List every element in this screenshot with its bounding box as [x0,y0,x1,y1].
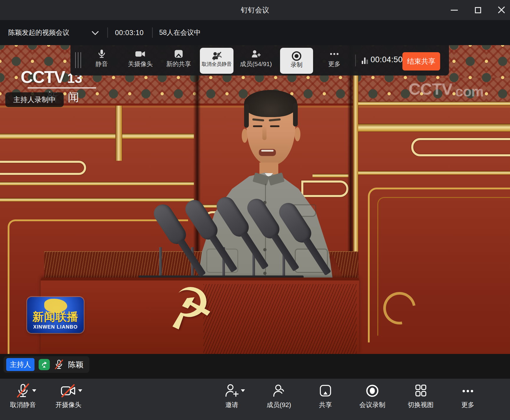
more-button[interactable]: 更多 [443,379,493,409]
members-button[interactable]: 成员(54/91) [237,45,275,68]
title-bar: 钉钉会议 [0,0,510,20]
xinwen-lianbo-cn: 新闻联播 [27,309,84,324]
door-decor [312,174,348,177]
maximize-icon [475,7,481,13]
host-recording-badge: 主持人录制中 [5,92,64,107]
minimize-button[interactable] [446,0,463,20]
microphone-icon [83,45,121,59]
door-decor [0,134,194,139]
maximize-button[interactable] [470,0,486,20]
invite-button[interactable]: 邀请 [207,379,257,409]
unmute-all-button[interactable]: 取消全员静音 [200,48,233,74]
chevron-down-icon[interactable] [32,389,36,392]
door-decor [411,138,510,156]
meeting-elapsed-time: 00:03:10 [115,20,144,45]
divider [152,27,153,38]
mute-button[interactable]: 静音 [83,45,121,68]
close-button[interactable] [493,0,510,20]
divider [355,55,356,66]
camera-off-icon [43,383,93,399]
door-decor [358,124,510,132]
grid-view-icon [396,383,446,399]
speaker-hair [244,90,297,117]
speaker-suit [263,272,266,275]
meeting-title[interactable]: 陈颖发起的视频会议 [8,20,69,45]
unmute-button[interactable]: 取消静音 [0,379,48,409]
dingtalk-meeting-window: 钉钉会议 陈颖发起的视频会议 00:03:10 58人在会议中 [0,0,510,420]
shared-screen-video[interactable]: ☭ CCTV13 新闻 CCTV com 主持人录制中 新闻联播 XINWEN … [0,45,510,354]
camera-off-button[interactable]: 关摄像头 [121,45,159,68]
speaker-face [259,149,276,156]
watermark-com: com [455,83,483,100]
network-signal-icon [362,57,369,64]
speaker-face [253,125,262,127]
xinwen-lianbo-logo: 新闻联播 XINWEN LIANBO [27,297,84,333]
door-decor [0,161,86,175]
record-icon [347,383,397,399]
cctv-com-watermark: CCTV com [409,79,483,100]
sharing-indicator-icon [39,359,50,370]
cctv13-logo-underline [28,87,96,88]
podium-texture [203,284,357,354]
door-decor [301,181,348,197]
door-decor [358,171,510,175]
end-share-button[interactable]: 结束共享 [402,52,440,70]
speaker-hair [293,103,298,127]
chevron-down-icon[interactable] [78,389,82,392]
participant-count: 58人在会议中 [159,20,201,45]
muted-mic-icon [0,383,48,399]
microphone-stand [159,247,162,279]
chevron-down-icon[interactable] [241,389,245,392]
speaker-name: 陈颖 [68,360,83,370]
share-screen-icon [159,45,198,59]
share-screen-icon [300,383,351,399]
record-icon [280,48,313,61]
new-share-button[interactable]: 新的共享 [159,45,198,68]
person-plus-icon [237,45,275,59]
meeting-record-button[interactable]: 会议录制 [347,379,397,409]
door-decor [0,182,194,185]
speaker-face [262,127,266,140]
chevron-down-icon[interactable] [91,31,99,35]
speaker-figure [295,127,300,141]
meeting-header: 陈颖发起的视频会议 00:03:10 58人在会议中 [0,20,510,45]
unmute-all-icon [200,48,233,61]
speaker-hair [244,104,249,128]
muted-mic-icon [54,359,64,370]
door-decor [358,102,510,105]
window-title: 钉钉会议 [0,0,510,20]
host-badge: 主持人 [6,358,34,371]
party-emblem-icon: ☭ [161,277,218,339]
switch-view-button[interactable]: 切换视图 [396,379,446,409]
close-icon [498,6,505,14]
person-plus-icon [207,383,257,399]
camera-on-button[interactable]: 开摄像头 [43,379,93,409]
share-button[interactable]: 共享 [300,379,351,409]
more-dots-icon [460,383,476,399]
more-dots-icon [315,45,353,59]
share-elapsed-time: 00:04:50 [371,55,406,64]
podium: ☭ [41,278,359,354]
xinwen-lianbo-en: XINWEN LIANBO [27,324,84,330]
drag-handle[interactable] [75,52,81,68]
camera-icon [121,45,159,59]
meeting-stage: ☭ CCTV13 新闻 CCTV com 主持人录制中 新闻联播 XINWEN … [0,45,510,378]
minimize-icon [451,10,458,11]
person-icon [254,383,304,399]
door-decor [116,106,122,161]
speaker-tag: 主持人 陈颖 [4,356,89,373]
cctv13-logo-text: CCTV [21,67,65,86]
record-button[interactable]: 录制 [280,48,313,74]
divider [107,27,108,38]
more-button[interactable]: 更多 [315,45,353,68]
members-button[interactable]: 成员(92) [254,379,304,409]
control-bar: 取消静音 开摄像头 邀请 [0,378,510,420]
watermark-cctv: CCTV [409,79,452,99]
speaker-face [270,125,279,127]
share-toolbar: 静音 关摄像头 新的共享 取消全员静音 [70,45,449,76]
